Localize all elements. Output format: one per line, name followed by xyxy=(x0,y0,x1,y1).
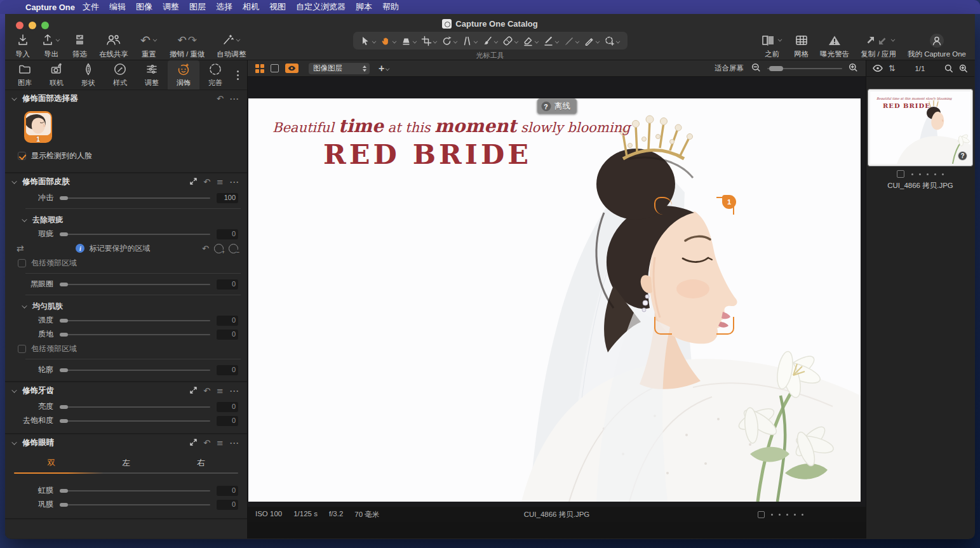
multi-view-icon[interactable] xyxy=(255,64,264,73)
slider-handle[interactable] xyxy=(60,489,68,493)
straighten-tool[interactable] xyxy=(460,33,480,48)
filter-button[interactable]: 筛选 xyxy=(72,31,87,59)
single-view-icon[interactable] xyxy=(271,64,279,72)
reset-tool-icon[interactable]: ↶ xyxy=(203,178,210,186)
slider-handle[interactable] xyxy=(60,196,68,200)
slider-handle[interactable] xyxy=(60,319,68,323)
pencil-tool[interactable] xyxy=(582,33,602,48)
blemish-value-field[interactable]: 0 xyxy=(217,229,238,239)
zoom-in-icon[interactable] xyxy=(849,63,858,74)
expand-tool-icon[interactable] xyxy=(190,177,197,187)
face-bracket-number[interactable]: 1 xyxy=(722,195,736,209)
rotate-tool[interactable] xyxy=(440,33,460,48)
menu-custom-browser[interactable]: 自定义浏览器 xyxy=(291,1,351,13)
expand-tool-icon[interactable] xyxy=(190,386,197,396)
reset-button[interactable]: ↶ 重置 xyxy=(140,31,158,59)
menu-select[interactable]: 选择 xyxy=(211,1,238,13)
menu-adjustments[interactable]: 调整 xyxy=(158,1,184,13)
more-options-icon[interactable]: ··· xyxy=(230,95,239,104)
tabs-overflow-button[interactable] xyxy=(231,60,244,90)
loupe-tool[interactable] xyxy=(399,33,419,48)
exposure-warning-button[interactable]: 曝光警告 xyxy=(820,31,849,59)
more-options-icon[interactable]: ··· xyxy=(230,387,239,396)
auto-adjust-button[interactable]: 自动调整 xyxy=(217,31,246,59)
grid-button[interactable]: 网格 xyxy=(794,31,809,59)
red-eye-tool[interactable] xyxy=(602,33,622,48)
import-button[interactable]: 导入 xyxy=(15,31,30,59)
sort-icon[interactable]: ⇅ xyxy=(889,63,896,73)
draw-mask-tool[interactable] xyxy=(541,33,561,48)
collapse-chevron-icon[interactable] xyxy=(11,440,17,446)
copy-apply-button[interactable]: 复制 / 应用 xyxy=(861,31,896,59)
erase-mask-brush-icon[interactable] xyxy=(229,244,238,253)
eyes-tab-right[interactable]: 右 xyxy=(163,455,238,472)
teeth-brightness-slider[interactable] xyxy=(60,403,210,411)
collapse-chevron-icon[interactable] xyxy=(22,217,27,223)
texture-slider[interactable] xyxy=(60,330,210,339)
layer-selector-dropdown[interactable]: 图像图层 xyxy=(309,63,370,74)
undo-redo-button[interactable]: ↶ ↷ 撤销 / 重做 xyxy=(170,31,205,59)
zoom-slider[interactable] xyxy=(767,65,842,72)
expand-tool-icon[interactable] xyxy=(190,438,197,448)
more-options-icon[interactable]: ··· xyxy=(230,178,239,187)
sclera-value-field[interactable]: 0 xyxy=(217,500,238,510)
star-rating-dots[interactable] xyxy=(771,514,803,516)
slider-handle[interactable] xyxy=(60,405,68,409)
filter-search-icon[interactable] xyxy=(959,64,968,73)
strength-slider[interactable] xyxy=(60,316,210,325)
proof-view-icon[interactable] xyxy=(285,63,299,73)
strength-value-field[interactable]: 0 xyxy=(217,316,238,326)
swap-icon[interactable]: ⇄ xyxy=(17,243,24,253)
share-button[interactable]: 在线共享 xyxy=(99,31,128,59)
fill-mask-tool[interactable] xyxy=(561,33,582,48)
zoom-fit-label[interactable]: 适合屏幕 xyxy=(715,63,744,73)
menu-scripts[interactable]: 脚本 xyxy=(351,1,377,13)
pan-tool[interactable] xyxy=(379,33,399,48)
menu-help[interactable]: 帮助 xyxy=(377,1,404,13)
search-icon[interactable] xyxy=(944,64,953,73)
dark-circles-slider[interactable] xyxy=(60,280,210,289)
eye-icon[interactable] xyxy=(873,65,883,72)
my-capture-one-button[interactable]: 我的 Capture One xyxy=(908,31,966,59)
reset-tool-icon[interactable]: ↶ xyxy=(203,439,210,447)
add-layer-button[interactable]: + xyxy=(379,63,390,74)
reset-mask-icon[interactable]: ↶ xyxy=(202,244,209,253)
viewer-stage[interactable]: Beautiful time at this moment slowly blo… xyxy=(248,77,866,507)
collapse-chevron-icon[interactable] xyxy=(22,304,27,309)
tab-adjustments[interactable]: 调整 xyxy=(136,60,168,90)
select-tool[interactable] xyxy=(358,33,379,48)
before-after-button[interactable]: 之前 xyxy=(762,31,782,59)
detected-face-thumbnail[interactable]: 1 xyxy=(24,111,52,143)
reset-tool-icon[interactable]: ↶ xyxy=(203,387,210,395)
menu-file[interactable]: 文件 xyxy=(77,1,104,13)
iris-value-field[interactable]: 0 xyxy=(217,486,238,496)
teeth-desaturation-value-field[interactable]: 0 xyxy=(217,416,238,426)
show-faces-checkbox[interactable] xyxy=(18,152,26,160)
collapse-chevron-icon[interactable] xyxy=(11,179,17,185)
slider-handle[interactable] xyxy=(60,333,68,337)
thumbnail-cell[interactable]: Beautiful time at this moment slowly blo… xyxy=(868,90,972,190)
zoom-out-icon[interactable] xyxy=(751,63,761,74)
tab-capture[interactable]: 联机 xyxy=(41,60,72,90)
menu-edit[interactable]: 编辑 xyxy=(104,1,131,13)
contour-value-field[interactable]: 0 xyxy=(217,365,238,375)
slider-handle[interactable] xyxy=(60,283,68,286)
slider-handle[interactable] xyxy=(60,503,68,507)
sclera-slider[interactable] xyxy=(60,500,210,509)
reset-tool-icon[interactable]: ↶ xyxy=(217,95,224,103)
tab-library[interactable]: 图库 xyxy=(9,60,41,90)
zoom-slider-handle[interactable] xyxy=(769,66,783,71)
tab-shapes[interactable]: 形状 xyxy=(72,60,104,90)
texture-value-field[interactable]: 0 xyxy=(217,330,238,340)
thumb-color-tag-checkbox[interactable] xyxy=(897,170,904,178)
heal-tool[interactable] xyxy=(500,33,521,48)
menu-camera[interactable]: 相机 xyxy=(238,1,264,13)
slider-handle[interactable] xyxy=(60,419,68,423)
photo-canvas[interactable]: Beautiful time at this moment slowly blo… xyxy=(248,98,861,502)
eyes-tab-both[interactable]: 双 xyxy=(14,455,89,472)
include-neck-checkbox[interactable] xyxy=(18,259,26,267)
menu-app-name[interactable]: Capture One xyxy=(25,3,75,12)
menu-view[interactable]: 视图 xyxy=(264,1,291,13)
tab-styles[interactable]: 样式 xyxy=(104,60,136,90)
brush-tool[interactable] xyxy=(480,33,500,48)
